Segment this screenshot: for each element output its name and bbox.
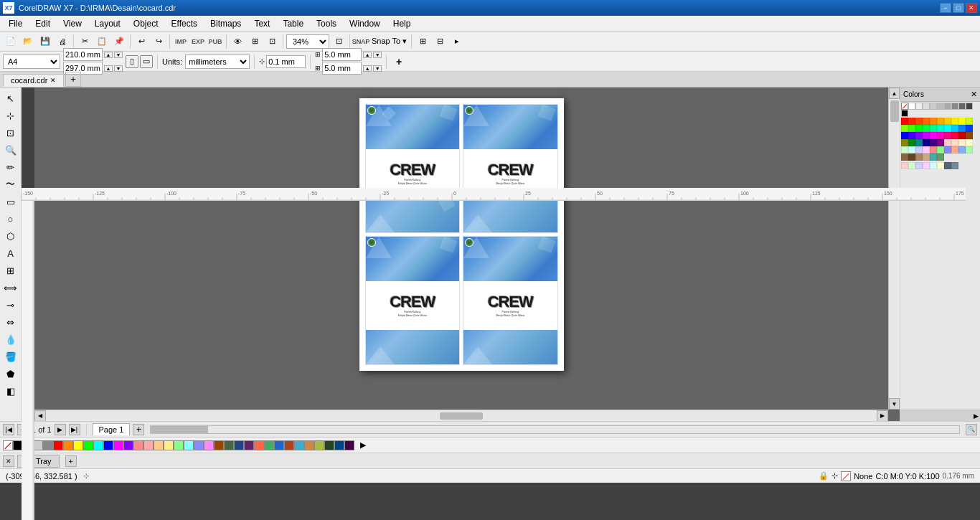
- chip-navy[interactable]: [334, 440, 344, 450]
- tab-close-btn[interactable]: ✕: [50, 77, 56, 84]
- cut-button[interactable]: ✂: [77, 34, 93, 49]
- chip-lt-cyan[interactable]: [184, 440, 194, 450]
- swatch-cornflower[interactable]: [958, 146, 966, 153]
- add-tray-btn[interactable]: +: [65, 455, 77, 467]
- chip-pale-red[interactable]: [143, 440, 154, 450]
- menu-help[interactable]: Help: [387, 17, 417, 30]
- swatch-pastel-red[interactable]: [944, 139, 951, 146]
- swatch-gray5[interactable]: [944, 103, 951, 110]
- swatch-lime2[interactable]: [901, 125, 908, 132]
- swatch-pastel-orange[interactable]: [951, 139, 958, 146]
- chip-cobalt[interactable]: [274, 440, 284, 450]
- swatch-black[interactable]: [901, 110, 908, 117]
- chip-tan[interactable]: [304, 440, 314, 450]
- swatch-darkteal[interactable]: [915, 139, 923, 146]
- zoom-fit[interactable]: ⊡: [331, 34, 347, 49]
- chip-lt-red[interactable]: [133, 440, 143, 450]
- page-tab[interactable]: Page 1: [93, 423, 131, 435]
- swatch-e7[interactable]: [944, 162, 951, 169]
- swatch-darkgreen[interactable]: [908, 139, 915, 146]
- menu-window[interactable]: Window: [344, 17, 386, 30]
- expand-icon[interactable]: ▶: [974, 412, 979, 420]
- swatch-red2[interactable]: [908, 118, 915, 125]
- swatch-blue1[interactable]: [958, 125, 966, 132]
- landscape-btn[interactable]: ▭: [140, 55, 153, 68]
- swatch-e1[interactable]: [901, 162, 908, 169]
- dup-y-up[interactable]: ▲: [363, 65, 372, 72]
- minimize-button[interactable]: −: [940, 3, 951, 13]
- swatch-orange3[interactable]: [930, 118, 937, 125]
- swatch-teal2[interactable]: [930, 153, 937, 161]
- chip-lt-yellow[interactable]: [164, 440, 174, 450]
- zoom-dropdown[interactable]: 34% 50% 75% 100%: [286, 34, 329, 49]
- export-button[interactable]: EXP: [190, 34, 206, 49]
- chip-dk-green[interactable]: [224, 440, 234, 450]
- swatch-gray2[interactable]: [923, 103, 930, 110]
- swatch-darkviolet[interactable]: [930, 139, 937, 146]
- height-down[interactable]: ▼: [114, 65, 123, 72]
- swatch-beige[interactable]: [915, 153, 923, 161]
- menu-object[interactable]: Object: [128, 17, 164, 30]
- table-tool[interactable]: ⊞: [3, 263, 19, 278]
- chip-violet[interactable]: [123, 440, 133, 450]
- chip-red[interactable]: [53, 440, 63, 450]
- document-tab[interactable]: cocard.cdr ✕: [3, 74, 64, 87]
- swatch-yellow1[interactable]: [944, 118, 951, 125]
- swatch-lt-green[interactable]: [937, 146, 944, 153]
- text-tool[interactable]: A: [3, 245, 19, 261]
- add-page-nav-btn[interactable]: +: [133, 424, 144, 435]
- zoom-tool[interactable]: 🔍: [3, 142, 19, 158]
- swatch-blue3[interactable]: [901, 132, 908, 139]
- dup-y-down[interactable]: ▼: [373, 65, 382, 72]
- new-button[interactable]: 📄: [3, 34, 19, 49]
- more-button[interactable]: ▸: [449, 34, 465, 49]
- swatch-brown2[interactable]: [908, 153, 915, 161]
- dup-x-up[interactable]: ▲: [363, 52, 372, 58]
- chip-magenta[interactable]: [113, 440, 123, 450]
- swatch-lt-red[interactable]: [930, 146, 937, 153]
- swatch-tan[interactable]: [901, 153, 908, 161]
- color-panel-close[interactable]: ✕: [971, 90, 977, 99]
- view-toggle[interactable]: ⊞: [415, 34, 430, 49]
- tray-close-btn[interactable]: ✕: [3, 455, 14, 467]
- swatch-pink2[interactable]: [944, 132, 951, 139]
- chip-gray1[interactable]: [33, 440, 43, 450]
- swatch-violet1[interactable]: [908, 132, 915, 139]
- swatch-pink1[interactable]: [937, 132, 944, 139]
- menu-layout[interactable]: Layout: [89, 17, 126, 30]
- menu-table[interactable]: Table: [277, 17, 309, 30]
- swatch-e2[interactable]: [908, 162, 915, 169]
- paste-button[interactable]: 📌: [111, 34, 127, 49]
- menu-view[interactable]: View: [57, 17, 88, 30]
- publish-button[interactable]: PUB: [207, 34, 223, 49]
- swatch-e6[interactable]: [937, 162, 944, 169]
- view-button[interactable]: 👁: [230, 34, 245, 49]
- chip-teal[interactable]: [294, 440, 304, 450]
- swatch-orange1[interactable]: [915, 118, 923, 125]
- chip-lt-magenta[interactable]: [204, 440, 214, 450]
- swatch-pastel-magenta[interactable]: [923, 146, 930, 153]
- menu-bitmaps[interactable]: Bitmaps: [204, 17, 247, 30]
- portrait-btn[interactable]: ▯: [126, 55, 138, 68]
- chip-gray2[interactable]: [43, 440, 53, 450]
- card-top-left[interactable]: CREW Panitia Kallong Masjid Baitur Qodir…: [365, 104, 461, 233]
- fill-tool[interactable]: 🪣: [3, 349, 19, 364]
- swatch-olive[interactable]: [901, 139, 908, 146]
- swatch-violet2[interactable]: [915, 132, 923, 139]
- import-button[interactable]: IMP: [173, 34, 189, 49]
- transform-button[interactable]: ⊡: [264, 34, 280, 49]
- chip-brown[interactable]: [214, 440, 224, 450]
- swatch-green[interactable]: [915, 125, 923, 132]
- chip-green[interactable]: [83, 440, 93, 450]
- swatch-none[interactable]: [901, 103, 908, 110]
- node-tool[interactable]: ⊹: [3, 108, 19, 123]
- width-input[interactable]: [63, 48, 103, 61]
- swatch-gray4[interactable]: [937, 103, 944, 110]
- swatch-green2[interactable]: [923, 125, 930, 132]
- swatch-pastel-cyan[interactable]: [908, 146, 915, 153]
- color-scroll-right[interactable]: ▶: [357, 440, 369, 450]
- card-bot-left[interactable]: CREW Panitia Kallong Masjid Baitur Qodir…: [365, 236, 461, 365]
- width-up[interactable]: ▲: [104, 52, 113, 58]
- swatch-yellow2[interactable]: [951, 118, 958, 125]
- print-button[interactable]: 🖨: [55, 34, 70, 49]
